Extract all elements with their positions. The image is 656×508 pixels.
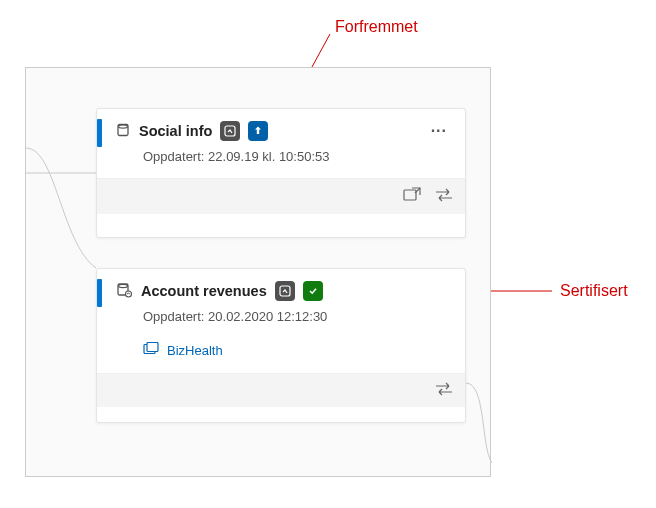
- data-flow-icon[interactable]: [435, 188, 453, 206]
- updated-value: 22.09.19 kl. 10:50:53: [208, 149, 329, 164]
- card-accent: [97, 279, 102, 307]
- dataset-card-account-revenues[interactable]: Account revenues Oppdatert: 20.02.2020 1…: [96, 268, 466, 423]
- workspace-link[interactable]: BizHealth: [167, 343, 223, 358]
- more-options-button[interactable]: ···: [427, 124, 451, 138]
- svg-point-9: [119, 284, 128, 287]
- updated-label: Oppdatert:: [143, 149, 204, 164]
- impact-badge-icon[interactable]: [220, 121, 240, 141]
- svg-rect-4: [118, 124, 128, 135]
- certified-badge-icon[interactable]: [303, 281, 323, 301]
- updated-value: 20.02.2020 12:12:30: [208, 309, 327, 324]
- dataset-card-social-info[interactable]: Social info ··· Oppdatert: 22.09.19 kl. …: [96, 108, 466, 238]
- dataset-shared-icon: [115, 282, 133, 301]
- card-updated-row: Oppdatert: 20.02.2020 12:12:30: [97, 307, 465, 338]
- card-title: Social info: [139, 123, 212, 139]
- impact-badge-icon[interactable]: [275, 281, 295, 301]
- workspace-icon: [143, 342, 159, 359]
- svg-point-5: [119, 124, 128, 127]
- lineage-canvas: Social info ··· Oppdatert: 22.09.19 kl. …: [25, 67, 491, 477]
- dataset-icon: [115, 122, 131, 141]
- svg-rect-13: [147, 343, 158, 352]
- card-title: Account revenues: [141, 283, 267, 299]
- card-accent: [97, 119, 102, 147]
- open-report-icon[interactable]: [403, 187, 421, 207]
- data-flow-icon[interactable]: [435, 382, 453, 400]
- svg-rect-7: [404, 190, 416, 200]
- promoted-badge-icon[interactable]: [248, 121, 268, 141]
- svg-point-10: [126, 291, 132, 297]
- card-updated-row: Oppdatert: 22.09.19 kl. 10:50:53: [97, 147, 465, 178]
- updated-label: Oppdatert:: [143, 309, 204, 324]
